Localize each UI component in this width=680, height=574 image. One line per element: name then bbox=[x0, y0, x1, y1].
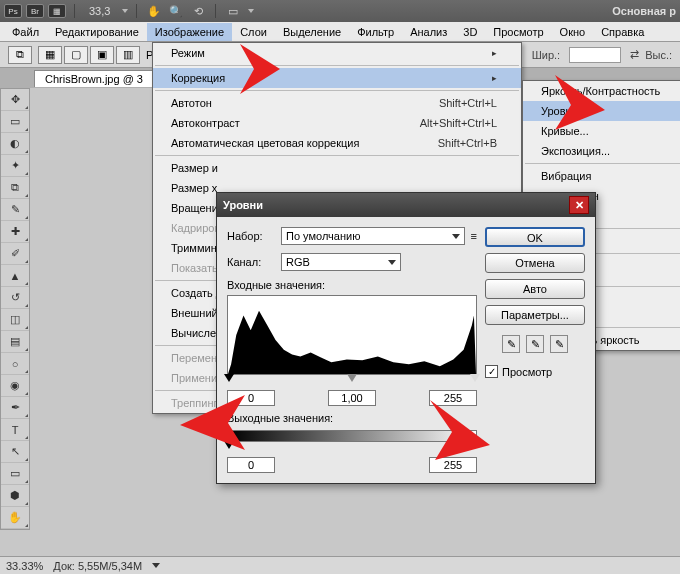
auto-button[interactable]: Авто bbox=[485, 279, 585, 299]
output-black-value[interactable]: 0 bbox=[227, 457, 275, 473]
menu-mode[interactable]: Режим bbox=[153, 43, 521, 63]
crop-tool[interactable]: ⧉ bbox=[1, 177, 29, 199]
crop-overlay-4[interactable]: ▥ bbox=[116, 46, 140, 64]
eyedropper-tool[interactable]: ✎ bbox=[1, 199, 29, 221]
menu-3d[interactable]: 3D bbox=[455, 23, 485, 41]
sub-levels[interactable]: Уровни... bbox=[523, 101, 680, 121]
history-brush-tool[interactable]: ↺ bbox=[1, 287, 29, 309]
status-bar: 33.33% Док: 5,55M/5,34M bbox=[0, 556, 680, 574]
width-input[interactable] bbox=[569, 47, 621, 63]
menu-window[interactable]: Окно bbox=[552, 23, 594, 41]
eyedroppers: ✎ ✎ ✎ bbox=[485, 335, 585, 353]
dodge-tool[interactable]: ◉ bbox=[1, 375, 29, 397]
lasso-tool[interactable]: ◐ bbox=[1, 133, 29, 155]
out-black-slider[interactable] bbox=[224, 441, 234, 449]
channel-select[interactable]: RGB bbox=[281, 253, 401, 271]
menu-layers[interactable]: Слои bbox=[232, 23, 275, 41]
hand-tool-icon[interactable]: ✋ bbox=[145, 3, 163, 19]
menu-filter[interactable]: Фильтр bbox=[349, 23, 402, 41]
status-zoom[interactable]: 33.33% bbox=[6, 560, 43, 572]
input-black-value[interactable]: 0 bbox=[227, 390, 275, 406]
move-tool[interactable]: ✥ bbox=[1, 89, 29, 111]
menu-select[interactable]: Выделение bbox=[275, 23, 349, 41]
mid-point-slider[interactable] bbox=[347, 374, 357, 382]
white-eyedropper[interactable]: ✎ bbox=[550, 335, 568, 353]
blur-tool[interactable]: ○ bbox=[1, 353, 29, 375]
mini-bridge-icon[interactable]: ▦ bbox=[48, 4, 66, 18]
preview-checkbox[interactable]: ✓ bbox=[485, 365, 498, 378]
screen-mode-dropdown-icon[interactable] bbox=[248, 9, 254, 13]
crop-overlay-2[interactable]: ▢ bbox=[64, 46, 88, 64]
black-point-slider[interactable] bbox=[224, 374, 234, 382]
input-values-label: Входные значения: bbox=[227, 279, 477, 291]
type-tool[interactable]: T bbox=[1, 419, 29, 441]
shape-tool[interactable]: ▭ bbox=[1, 463, 29, 485]
preset-select[interactable]: По умолчанию bbox=[281, 227, 465, 245]
menu-edit[interactable]: Редактирование bbox=[47, 23, 147, 41]
menu-analysis[interactable]: Анализ bbox=[402, 23, 455, 41]
output-white-value[interactable]: 255 bbox=[429, 457, 477, 473]
hand-tool[interactable]: ✋ bbox=[1, 507, 29, 529]
sub-exposure[interactable]: Экспозиция... bbox=[523, 141, 680, 161]
histogram[interactable] bbox=[227, 295, 477, 375]
input-slider[interactable] bbox=[227, 374, 477, 388]
eraser-tool[interactable]: ◫ bbox=[1, 309, 29, 331]
zoom-level[interactable]: 33,3 bbox=[89, 5, 110, 17]
black-eyedropper[interactable]: ✎ bbox=[502, 335, 520, 353]
workspace-label[interactable]: Основная р bbox=[612, 5, 676, 17]
white-point-slider[interactable] bbox=[470, 374, 480, 382]
output-values-label: Выходные значения: bbox=[227, 412, 477, 424]
menu-autotone[interactable]: АвтотонShift+Ctrl+L bbox=[153, 93, 521, 113]
preset-label: Набор: bbox=[227, 230, 275, 242]
menu-bar: Файл Редактирование Изображение Слои Выд… bbox=[0, 22, 680, 42]
input-white-value[interactable]: 255 bbox=[429, 390, 477, 406]
screen-mode-icon[interactable]: ▭ bbox=[224, 3, 242, 19]
output-slider[interactable] bbox=[227, 441, 477, 455]
menu-help[interactable]: Справка bbox=[593, 23, 652, 41]
dialog-titlebar[interactable]: Уровни ✕ bbox=[217, 193, 595, 217]
zoom-tool-icon[interactable]: 🔍 bbox=[167, 3, 185, 19]
height-label: Выс.: bbox=[645, 49, 672, 61]
zoom-dropdown-icon[interactable] bbox=[122, 9, 128, 13]
stamp-tool[interactable]: ▲ bbox=[1, 265, 29, 287]
gradient-tool[interactable]: ▤ bbox=[1, 331, 29, 353]
gray-eyedropper[interactable]: ✎ bbox=[526, 335, 544, 353]
crop-overlay-3[interactable]: ▣ bbox=[90, 46, 114, 64]
menu-correction[interactable]: Коррекция bbox=[153, 68, 521, 88]
levels-dialog: Уровни ✕ Набор: По умолчанию ≡ Канал: RG… bbox=[216, 192, 596, 484]
document-tab[interactable]: ChrisBrown.jpg @ 3 bbox=[34, 70, 154, 87]
menu-autocontrast[interactable]: АвтоконтрастAlt+Shift+Ctrl+L bbox=[153, 113, 521, 133]
preset-menu-icon[interactable]: ≡ bbox=[471, 230, 477, 242]
wand-tool[interactable]: ✦ bbox=[1, 155, 29, 177]
crop-tool-preset-icon[interactable]: ⧉ bbox=[8, 46, 32, 64]
marquee-tool[interactable]: ▭ bbox=[1, 111, 29, 133]
brush-tool[interactable]: ✐ bbox=[1, 243, 29, 265]
pen-tool[interactable]: ✒ bbox=[1, 397, 29, 419]
menu-image[interactable]: Изображение bbox=[147, 23, 232, 41]
menu-file[interactable]: Файл bbox=[4, 23, 47, 41]
healing-tool[interactable]: ✚ bbox=[1, 221, 29, 243]
sub-brightcontrast[interactable]: Яркость/Контрастность bbox=[523, 81, 680, 101]
status-dropdown-icon[interactable] bbox=[152, 563, 160, 568]
rotate-view-icon[interactable]: ⟲ bbox=[189, 3, 207, 19]
3d-tool[interactable]: ⬢ bbox=[1, 485, 29, 507]
params-button[interactable]: Параметры... bbox=[485, 305, 585, 325]
sub-curves[interactable]: Кривые... bbox=[523, 121, 680, 141]
crop-overlay-1[interactable]: ▦ bbox=[38, 46, 62, 64]
menu-view[interactable]: Просмотр bbox=[485, 23, 551, 41]
cancel-button[interactable]: Отмена bbox=[485, 253, 585, 273]
out-white-slider[interactable] bbox=[470, 441, 480, 449]
swap-icon[interactable]: ⇄ bbox=[630, 48, 639, 61]
crop-overlay-group: ▦ ▢ ▣ ▥ bbox=[38, 46, 140, 64]
status-doc[interactable]: Док: 5,55M/5,34M bbox=[53, 560, 142, 572]
dialog-title: Уровни bbox=[223, 199, 263, 211]
close-button[interactable]: ✕ bbox=[569, 196, 589, 214]
sub-vibrance[interactable]: Вибрация bbox=[523, 166, 680, 186]
tools-panel: ✥ ▭ ◐ ✦ ⧉ ✎ ✚ ✐ ▲ ↺ ◫ ▤ ○ ◉ ✒ T ↖ ▭ ⬢ ✋ bbox=[0, 88, 30, 530]
menu-autocolor[interactable]: Автоматическая цветовая коррекцияShift+C… bbox=[153, 133, 521, 153]
path-tool[interactable]: ↖ bbox=[1, 441, 29, 463]
ok-button[interactable]: OK bbox=[485, 227, 585, 247]
input-mid-value[interactable]: 1,00 bbox=[328, 390, 376, 406]
menu-image-size[interactable]: Размер и bbox=[153, 158, 521, 178]
bridge-icon[interactable]: Br bbox=[26, 4, 44, 18]
